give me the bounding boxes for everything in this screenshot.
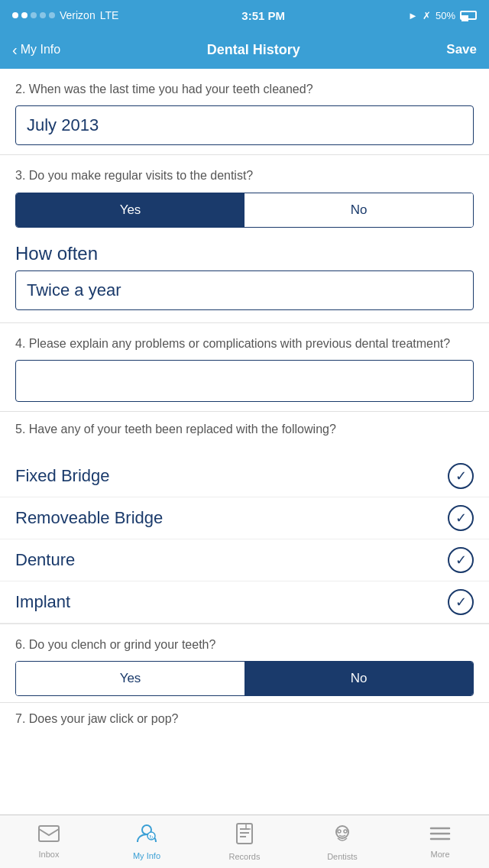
chevron-left-icon: ‹: [12, 41, 18, 59]
fixed-bridge-checkbox[interactable]: ✓: [448, 463, 474, 489]
denture-checkbox[interactable]: ✓: [448, 547, 474, 573]
myinfo-label: My Info: [133, 851, 160, 860]
how-often-label: How often: [0, 234, 489, 270]
question-7-partial: 7. Does your jaw click or pop?: [0, 703, 489, 729]
status-right: ► ✗ 50%: [408, 10, 477, 21]
svg-text:↻: ↻: [149, 834, 154, 840]
yes-button[interactable]: Yes: [16, 193, 244, 227]
removeable-bridge-checkbox[interactable]: ✓: [448, 505, 474, 531]
more-icon: [429, 825, 451, 847]
svg-rect-0: [39, 826, 59, 841]
tab-more[interactable]: More: [391, 825, 489, 859]
records-label: Records: [229, 852, 261, 861]
question-5-section: 5. Have any of your teeth been replaced …: [0, 412, 489, 455]
how-often-input-wrapper: [0, 270, 489, 322]
main-content: 2. When was the last time you had your t…: [0, 69, 489, 815]
denture-item: Denture ✓: [0, 539, 489, 581]
denture-label: Denture: [15, 550, 75, 570]
network-label: LTE: [100, 9, 119, 21]
back-label: My Info: [21, 43, 60, 57]
implant-label: Implant: [15, 592, 70, 612]
tab-bar: Inbox ↻ My Info Records: [0, 815, 489, 868]
records-icon: [235, 823, 254, 849]
nav-bar: ‹ My Info Dental History Save: [0, 31, 489, 69]
inbox-icon: [38, 825, 60, 847]
question-6-section: 6. Do you clench or grind your teeth? Ye…: [0, 624, 489, 702]
inbox-label: Inbox: [39, 850, 60, 859]
question-4-section: 4. Please explain any problems or compli…: [0, 323, 489, 411]
question-2-text: 2. When was the last time you had your t…: [15, 81, 474, 98]
battery-label: 50%: [436, 10, 455, 21]
dentists-label: Dentists: [327, 852, 358, 861]
bluetooth-icon: ✗: [423, 10, 431, 21]
status-left: Verizon LTE: [12, 9, 118, 21]
replacement-options-list: Fixed Bridge ✓ Removeable Bridge ✓ Dentu…: [0, 455, 489, 623]
no-button[interactable]: No: [244, 193, 473, 227]
tab-myinfo[interactable]: ↻ My Info: [98, 824, 196, 860]
question-6-text: 6. Do you clench or grind your teeth?: [15, 636, 474, 653]
svg-point-9: [338, 830, 341, 833]
clench-grind-toggle: Yes No: [15, 661, 474, 696]
save-button[interactable]: Save: [446, 42, 477, 57]
myinfo-icon: ↻: [136, 824, 157, 848]
question-4-text: 4. Please explain any problems or compli…: [15, 335, 474, 352]
question-5-text: 5. Have any of your teeth been replaced …: [15, 421, 474, 438]
how-often-input[interactable]: [15, 270, 474, 310]
tab-records[interactable]: Records: [196, 823, 293, 861]
svg-point-10: [344, 830, 347, 833]
carrier-label: Verizon: [60, 9, 96, 21]
question-3-text: 3. Do you make regular visits to the den…: [15, 167, 474, 184]
teeth-cleaned-input[interactable]: [15, 105, 474, 145]
question-2-section: 2. When was the last time you had your t…: [0, 69, 489, 154]
tab-inbox[interactable]: Inbox: [0, 825, 98, 859]
status-bar: Verizon LTE 3:51 PM ► ✗ 50%: [0, 0, 489, 31]
dentists-icon: [332, 823, 353, 849]
more-label: More: [430, 850, 449, 859]
fixed-bridge-label: Fixed Bridge: [15, 466, 110, 486]
clench-no-button[interactable]: No: [244, 662, 473, 695]
implant-checkbox[interactable]: ✓: [448, 589, 474, 615]
removeable-bridge-item: Removeable Bridge ✓: [0, 497, 489, 539]
back-button[interactable]: ‹ My Info: [12, 41, 60, 59]
battery-icon: [460, 11, 477, 20]
signal-dots: [12, 12, 55, 18]
location-icon: ►: [408, 10, 418, 21]
tab-dentists[interactable]: Dentists: [293, 823, 391, 861]
implant-item: Implant ✓: [0, 581, 489, 623]
clench-yes-button[interactable]: Yes: [16, 662, 244, 695]
fixed-bridge-item: Fixed Bridge ✓: [0, 455, 489, 497]
removeable-bridge-label: Removeable Bridge: [15, 508, 163, 528]
question-3-section: 3. Do you make regular visits to the den…: [0, 155, 489, 233]
page-title: Dental History: [207, 42, 300, 58]
regular-visits-toggle: Yes No: [15, 193, 474, 228]
time-label: 3:51 PM: [241, 9, 285, 22]
dental-problems-input[interactable]: [15, 360, 474, 402]
